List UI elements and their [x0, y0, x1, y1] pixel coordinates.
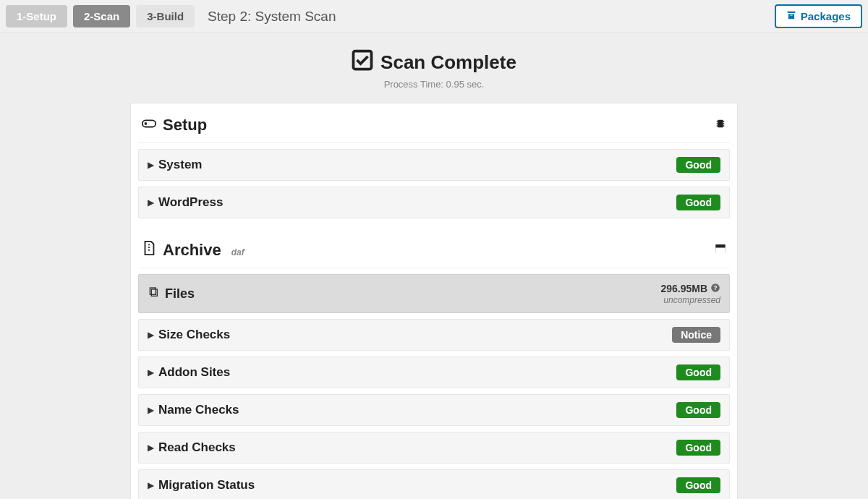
row-size-checks-status: Notice: [672, 327, 720, 343]
caret-right-icon: ▶: [148, 330, 154, 340]
row-migration-status-status: Good: [676, 477, 720, 493]
row-system[interactable]: ▶ System Good: [138, 149, 730, 181]
window-icon[interactable]: [714, 242, 727, 258]
scan-complete-title: Scan Complete: [352, 49, 516, 76]
row-name-checks-status: Good: [676, 402, 720, 418]
packages-button[interactable]: Packages: [775, 4, 862, 28]
help-icon[interactable]: ?: [710, 283, 720, 295]
row-system-status: Good: [676, 157, 720, 173]
svg-point-2: [145, 123, 147, 124]
row-migration-status[interactable]: ▶ Migration Status Good: [138, 469, 730, 499]
row-addon-sites-status: Good: [676, 364, 720, 380]
files-size: 296.95MB: [660, 283, 707, 294]
row-name-checks[interactable]: ▶ Name Checks Good: [138, 394, 730, 426]
row-size-checks-label: Size Checks: [158, 328, 230, 342]
svg-rect-5: [715, 248, 726, 254]
files-note: uncompressed: [660, 295, 720, 305]
step-2-scan[interactable]: 2-Scan: [73, 5, 130, 27]
caret-right-icon: ▶: [148, 405, 154, 415]
row-wordpress[interactable]: ▶ WordPress Good: [138, 187, 730, 218]
process-time: Process Time: 0.95 sec.: [0, 79, 868, 90]
archive-title-text: Archive: [163, 241, 221, 260]
files-meta: 296.95MB ? uncompressed: [660, 282, 720, 305]
copy-icon: [148, 286, 159, 301]
row-read-checks[interactable]: ▶ Read Checks Good: [138, 432, 730, 464]
row-addon-sites[interactable]: ▶ Addon Sites Good: [138, 357, 730, 388]
files-subsection: Files 296.95MB ? uncompressed: [138, 274, 730, 313]
row-system-label: System: [158, 158, 202, 172]
svg-text:?: ?: [714, 284, 718, 291]
caret-right-icon: ▶: [148, 443, 154, 453]
svg-rect-1: [142, 120, 156, 127]
row-wordpress-status: Good: [676, 195, 720, 210]
archive-section-head: Archive daf: [138, 234, 730, 268]
chip-icon: [714, 117, 727, 133]
packages-label: Packages: [801, 10, 851, 22]
archive-title: Archive daf: [141, 240, 244, 260]
caret-right-icon: ▶: [148, 197, 154, 208]
row-read-checks-label: Read Checks: [158, 440, 236, 455]
row-wordpress-label: WordPress: [158, 195, 223, 210]
caret-right-icon: ▶: [148, 367, 154, 378]
step-1-setup[interactable]: 1-Setup: [6, 5, 67, 27]
row-read-checks-status: Good: [676, 440, 720, 456]
step-title: Step 2: System Scan: [208, 9, 336, 25]
row-migration-status-label: Migration Status: [158, 478, 255, 492]
archive-icon: [786, 10, 796, 22]
drive-icon: [141, 115, 157, 135]
topbar: 1-Setup 2-Scan 3-Build Step 2: System Sc…: [0, 0, 868, 33]
row-size-checks[interactable]: ▶ Size Checks Notice: [138, 319, 730, 351]
steps: 1-Setup 2-Scan 3-Build: [6, 5, 195, 27]
setup-section-head: Setup: [138, 109, 730, 143]
caret-right-icon: ▶: [148, 160, 154, 170]
check-icon: [352, 49, 373, 76]
files-label: Files: [165, 286, 195, 302]
scan-panel: Setup ▶ System Good ▶ WordPress Good Arc…: [130, 103, 738, 499]
scan-header: Scan Complete Process Time: 0.95 sec.: [0, 49, 868, 90]
file-archive-icon: [141, 240, 157, 260]
step-3-build[interactable]: 3-Build: [136, 5, 195, 27]
row-name-checks-label: Name Checks: [158, 403, 239, 417]
archive-sub: daf: [231, 247, 244, 257]
row-addon-sites-label: Addon Sites: [158, 365, 230, 380]
svg-rect-3: [718, 120, 723, 128]
setup-title: Setup: [141, 115, 207, 135]
caret-right-icon: ▶: [148, 480, 154, 490]
setup-title-text: Setup: [163, 116, 207, 135]
scan-title-text: Scan Complete: [380, 51, 516, 74]
